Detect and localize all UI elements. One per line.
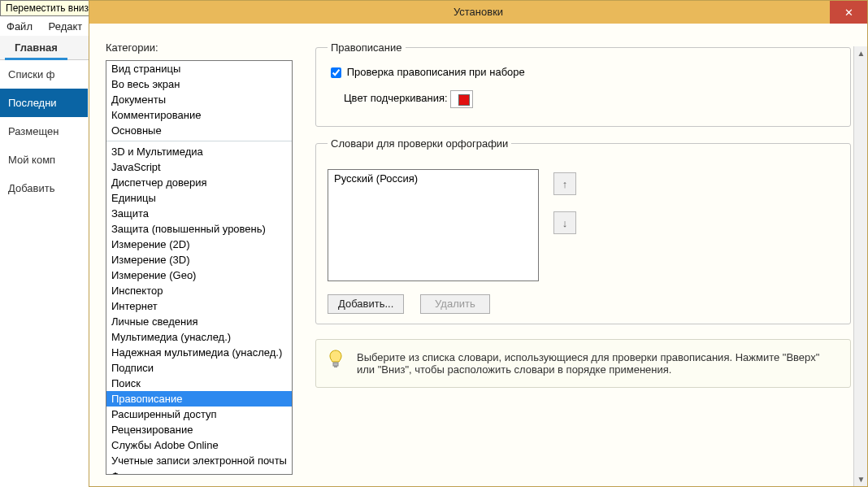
category-item[interactable]: JavaScript [106, 159, 292, 175]
category-item[interactable]: Инспектор [106, 283, 292, 298]
scroll-down-icon[interactable]: ▼ [854, 472, 868, 486]
category-item[interactable]: Интернет [106, 298, 292, 314]
category-item[interactable]: Рецензирование [106, 422, 292, 437]
category-divider [106, 141, 292, 141]
arrow-up-icon: ↑ [562, 178, 568, 190]
remove-dictionary-button[interactable]: Удалить [420, 294, 490, 314]
category-item[interactable]: Защита [106, 206, 292, 221]
categories-list[interactable]: Вид страницыВо весь экранДокументыКоммен… [106, 60, 293, 475]
underline-color-swatch [458, 94, 470, 106]
category-item[interactable]: Во весь экран [106, 76, 292, 92]
arrow-down-icon: ↓ [562, 217, 568, 229]
svg-rect-0 [333, 363, 338, 366]
category-item[interactable]: Мультимедиа (унаслед.) [106, 329, 292, 345]
categories-label: Категории: [106, 41, 158, 54]
dialog-scrollbar[interactable]: ▲ ▼ [853, 46, 867, 486]
bg-sidebar-item[interactable]: Размещен [0, 117, 88, 146]
category-item[interactable]: Личные сведения [106, 314, 292, 329]
close-button[interactable]: ✕ [830, 1, 867, 24]
dialog-title: Установки [89, 1, 867, 24]
category-item[interactable]: Надежная мультимедиа (унаслед.) [106, 345, 292, 360]
menu-edit[interactable]: Редакт [42, 18, 89, 35]
tooltip-move-down: Переместить вниз [0, 0, 94, 16]
category-item[interactable]: Поиск [106, 376, 292, 391]
category-item[interactable]: Подписи [106, 360, 292, 376]
fieldset-dictionaries: Словари для проверки орфографии Русский … [315, 137, 851, 324]
category-item[interactable]: Единицы [106, 190, 292, 206]
category-item[interactable]: Формы [106, 468, 292, 475]
category-item[interactable]: Документы [106, 92, 292, 107]
underline-color-label: Цвет подчеркивания: [344, 92, 448, 104]
category-item[interactable]: Комментирование [106, 107, 292, 123]
category-item[interactable]: Измерение (2D) [106, 237, 292, 252]
app-sidebar: Списки фПоследниРазмещенМой компДобавить [0, 60, 88, 487]
scroll-up-icon[interactable]: ▲ [854, 46, 868, 60]
category-item[interactable]: Расширенный доступ [106, 407, 292, 422]
check-spelling-label[interactable]: Проверка правописания при наборе [347, 66, 525, 78]
add-dictionary-button[interactable]: Добавить... [328, 294, 404, 314]
fieldset-spelling: Правописание Проверка правописания при н… [315, 41, 851, 127]
fieldset-dictionaries-legend: Словари для проверки орфографии [328, 137, 511, 150]
bg-sidebar-item[interactable]: Мой комп [0, 146, 88, 174]
category-item[interactable]: Службы Adobe Online [106, 437, 292, 453]
category-item[interactable]: Вид страницы [106, 61, 292, 76]
category-item[interactable]: Учетные записи электронной почты [106, 453, 292, 468]
preferences-dialog: Установки ✕ Категории: Вид страницыВо ве… [89, 0, 868, 487]
category-item[interactable]: Основные [106, 123, 292, 138]
bg-sidebar-item[interactable]: Добавить [0, 174, 88, 202]
hint-text: Выберите из списка словари, использующие… [357, 351, 819, 376]
hint-panel: Выберите из списка словари, использующие… [315, 339, 851, 388]
move-down-button[interactable]: ↓ [553, 211, 576, 234]
dialog-titlebar[interactable]: Установки ✕ [89, 1, 867, 24]
category-item[interactable]: Измерение (3D) [106, 252, 292, 267]
close-icon: ✕ [844, 7, 853, 19]
check-spelling-checkbox[interactable] [331, 67, 341, 78]
bg-sidebar-item[interactable]: Списки ф [0, 60, 88, 89]
tab-home[interactable]: Главная [5, 36, 67, 60]
fieldset-spelling-legend: Правописание [328, 41, 406, 54]
category-item[interactable]: Защита (повышенный уровень) [106, 221, 292, 237]
underline-color-picker[interactable] [450, 90, 473, 108]
lightbulb-icon [328, 350, 344, 372]
dictionary-list[interactable]: Русский (Россия) [328, 169, 539, 281]
menu-file[interactable]: Файл [0, 18, 39, 35]
category-item[interactable]: Измерение (Geo) [106, 267, 292, 283]
bg-sidebar-item[interactable]: Последни [0, 89, 88, 117]
dictionary-item[interactable]: Русский (Россия) [332, 172, 534, 185]
svg-rect-1 [334, 366, 337, 367]
category-item[interactable]: Правописание [106, 391, 292, 407]
move-up-button[interactable]: ↑ [553, 172, 576, 195]
category-item[interactable]: 3D и Мультимедиа [106, 144, 292, 159]
category-item[interactable]: Диспетчер доверия [106, 175, 292, 190]
